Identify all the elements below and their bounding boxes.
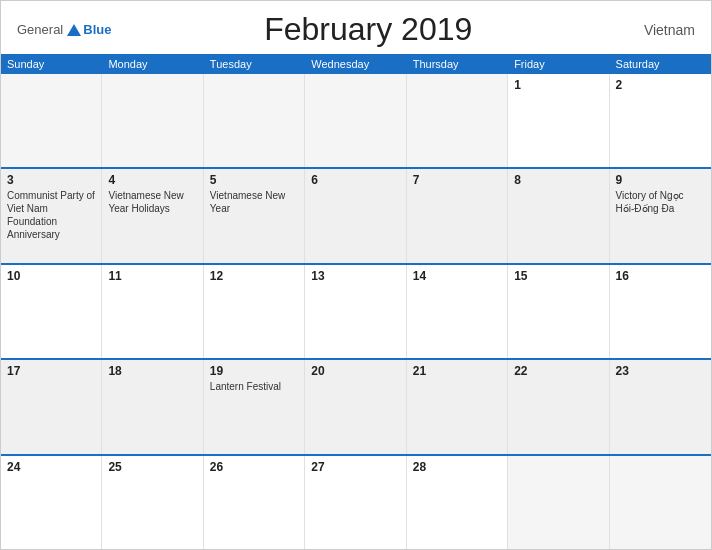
day-header-saturday: Saturday: [610, 54, 711, 74]
week-row-5: 2425262728: [1, 456, 711, 549]
day-number: 19: [210, 364, 298, 378]
day-cell: 25: [102, 456, 203, 549]
logo-blue-text: Blue: [83, 22, 111, 37]
day-cell: 7: [407, 169, 508, 262]
day-number: 1: [514, 78, 602, 92]
week-row-4: 171819Lantern Festival20212223: [1, 360, 711, 455]
day-number: 3: [7, 173, 95, 187]
day-cell: [102, 74, 203, 167]
day-cell: 28: [407, 456, 508, 549]
logo-triangle-icon: [67, 24, 81, 36]
day-cell: [407, 74, 508, 167]
day-cell: [610, 456, 711, 549]
day-cell: 10: [1, 265, 102, 358]
day-number: 16: [616, 269, 705, 283]
day-number: 17: [7, 364, 95, 378]
calendar-grid: SundayMondayTuesdayWednesdayThursdayFrid…: [1, 54, 711, 549]
week-row-3: 10111213141516: [1, 265, 711, 360]
logo: General Blue: [17, 22, 111, 37]
day-number: 15: [514, 269, 602, 283]
country-name: Vietnam: [625, 22, 695, 38]
day-number: 28: [413, 460, 501, 474]
day-number: 27: [311, 460, 399, 474]
day-header-monday: Monday: [102, 54, 203, 74]
day-cell: 22: [508, 360, 609, 453]
day-number: 21: [413, 364, 501, 378]
event-text: Vietnamese New Year: [210, 189, 298, 215]
day-cell: 15: [508, 265, 609, 358]
day-number: 26: [210, 460, 298, 474]
day-cell: [1, 74, 102, 167]
event-text: Vietnamese New Year Holidays: [108, 189, 196, 215]
day-number: 6: [311, 173, 399, 187]
day-cell: 5Vietnamese New Year: [204, 169, 305, 262]
day-cell: 26: [204, 456, 305, 549]
day-number: 2: [616, 78, 705, 92]
day-number: 18: [108, 364, 196, 378]
day-number: 8: [514, 173, 602, 187]
day-cell: 4Vietnamese New Year Holidays: [102, 169, 203, 262]
day-number: 22: [514, 364, 602, 378]
day-cell: 6: [305, 169, 406, 262]
day-header-wednesday: Wednesday: [305, 54, 406, 74]
day-cell: 12: [204, 265, 305, 358]
day-cell: 2: [610, 74, 711, 167]
day-cell: 13: [305, 265, 406, 358]
day-cell: 16: [610, 265, 711, 358]
day-headers-row: SundayMondayTuesdayWednesdayThursdayFrid…: [1, 54, 711, 74]
week-row-1: 12: [1, 74, 711, 169]
day-cell: [508, 456, 609, 549]
event-text: Lantern Festival: [210, 380, 298, 393]
weeks-container: 123Communist Party of Viet Nam Foundatio…: [1, 74, 711, 549]
day-cell: 17: [1, 360, 102, 453]
day-number: 7: [413, 173, 501, 187]
day-cell: 27: [305, 456, 406, 549]
event-text: Communist Party of Viet Nam Foundation A…: [7, 189, 95, 241]
calendar-header: General Blue February 2019 Vietnam: [1, 1, 711, 54]
day-number: 13: [311, 269, 399, 283]
day-cell: 23: [610, 360, 711, 453]
day-number: 9: [616, 173, 705, 187]
day-cell: 8: [508, 169, 609, 262]
event-text: Victory of Ngọc Hồi-Đống Đa: [616, 189, 705, 215]
day-number: 20: [311, 364, 399, 378]
day-number: 11: [108, 269, 196, 283]
day-cell: [305, 74, 406, 167]
day-cell: 19Lantern Festival: [204, 360, 305, 453]
day-cell: 20: [305, 360, 406, 453]
day-header-friday: Friday: [508, 54, 609, 74]
day-cell: 24: [1, 456, 102, 549]
day-cell: 11: [102, 265, 203, 358]
day-number: 12: [210, 269, 298, 283]
day-number: 5: [210, 173, 298, 187]
day-cell: 18: [102, 360, 203, 453]
day-cell: 1: [508, 74, 609, 167]
day-cell: 21: [407, 360, 508, 453]
day-number: 24: [7, 460, 95, 474]
day-header-sunday: Sunday: [1, 54, 102, 74]
day-cell: 14: [407, 265, 508, 358]
day-cell: 3Communist Party of Viet Nam Foundation …: [1, 169, 102, 262]
day-number: 4: [108, 173, 196, 187]
day-number: 14: [413, 269, 501, 283]
logo-general-text: General: [17, 22, 63, 37]
day-cell: 9Victory of Ngọc Hồi-Đống Đa: [610, 169, 711, 262]
day-number: 25: [108, 460, 196, 474]
month-title: February 2019: [111, 11, 625, 48]
day-header-tuesday: Tuesday: [204, 54, 305, 74]
day-number: 23: [616, 364, 705, 378]
week-row-2: 3Communist Party of Viet Nam Foundation …: [1, 169, 711, 264]
day-number: 10: [7, 269, 95, 283]
day-header-thursday: Thursday: [407, 54, 508, 74]
calendar-container: General Blue February 2019 Vietnam Sunda…: [0, 0, 712, 550]
day-cell: [204, 74, 305, 167]
